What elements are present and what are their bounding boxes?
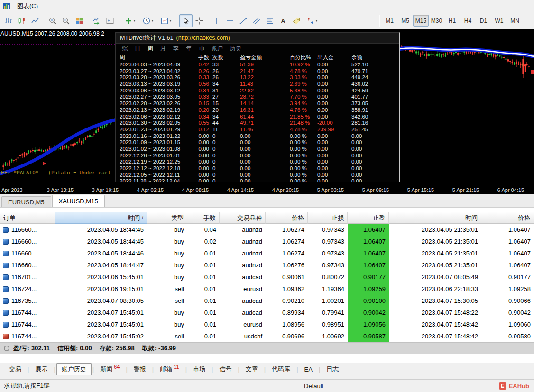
- stats-tab[interactable]: 季: [173, 45, 179, 53]
- terminal-tab[interactable]: 日志: [321, 363, 344, 375]
- terminal-tab[interactable]: 新闻64: [95, 363, 125, 375]
- terminal-tab[interactable]: 邮箱11: [155, 363, 184, 375]
- order-row[interactable]: 116660...2023.04.05 18:44:46buy0.01audnz…: [0, 247, 534, 259]
- stats-panel-titlebar[interactable]: MTDriver统计 V1.61 (http://chaokes.com): [116, 33, 399, 44]
- line-chart-button[interactable]: [28, 14, 42, 27]
- column-header-tp[interactable]: 止盈: [348, 212, 389, 224]
- timeframe-m30-button[interactable]: M30: [429, 15, 444, 27]
- brand-logo[interactable]: E EAHub: [494, 382, 534, 390]
- column-header-symbol[interactable]: 交易品种: [220, 212, 266, 224]
- stats-tab[interactable]: 账户: [212, 45, 223, 53]
- status-profile[interactable]: Default: [298, 383, 494, 390]
- stats-cell: 0.00: [349, 172, 399, 179]
- column-header-open-time[interactable]: 时间/: [55, 212, 147, 224]
- horizontal-line-button[interactable]: [223, 14, 237, 27]
- stats-tab[interactable]: 月: [160, 45, 166, 53]
- timeframe-h1-button[interactable]: H1: [444, 15, 460, 27]
- bar-chart-button[interactable]: [2, 14, 15, 27]
- chart-tab-eurusd-m5[interactable]: EURUSD,M5: [1, 196, 51, 207]
- order-row[interactable]: 116744...2023.04.07 15:45:01buy0.01audca…: [0, 307, 534, 319]
- terminal-tab[interactable]: 市场: [188, 363, 211, 375]
- column-header-close-price[interactable]: 价格: [481, 212, 534, 224]
- timeframe-mn-button[interactable]: MN: [507, 15, 523, 27]
- terminal-tab[interactable]: 文章: [240, 363, 263, 375]
- timeframe-m15-button[interactable]: M15: [413, 15, 429, 27]
- stats-tab[interactable]: 日: [135, 45, 140, 53]
- terminal-tab[interactable]: 警报: [129, 363, 151, 375]
- terminal-tab[interactable]: 交易: [4, 363, 27, 375]
- stats-cell: 34: [210, 81, 238, 88]
- order-row[interactable]: 116660...2023.04.05 18:44:45buy0.04audnz…: [0, 224, 534, 236]
- column-header-price[interactable]: 价格: [266, 212, 308, 224]
- arrows-button[interactable]: ▾: [303, 14, 321, 27]
- order-row[interactable]: 116744...2023.04.07 15:45:02sell0.01usdc…: [0, 330, 534, 342]
- stats-cell: 0: [210, 165, 238, 172]
- vertical-line-button[interactable]: [210, 14, 223, 27]
- dropdown-caret-icon: ▾: [169, 18, 171, 23]
- chart-area[interactable]: AUUSD,M15 2007.26 2008.00 2006.98 2 EF( …: [0, 29, 534, 185]
- order-row[interactable]: 116735...2023.04.07 08:30:05sell0.01audc…: [0, 295, 534, 307]
- channel-button[interactable]: [250, 14, 263, 27]
- column-header-order[interactable]: 订单: [0, 212, 55, 224]
- templates-button[interactable]: ▾: [157, 14, 175, 27]
- cursor-button[interactable]: [179, 14, 193, 27]
- stats-tab[interactable]: 币: [199, 45, 204, 53]
- terminal-tab[interactable]: 展示: [30, 363, 53, 375]
- indicators-button[interactable]: ▾: [121, 14, 139, 27]
- chart-shift-button[interactable]: [103, 14, 117, 27]
- column-header-close-time[interactable]: 时间: [389, 212, 481, 224]
- stats-cell: 0.00: [315, 153, 349, 159]
- terminal-tab[interactable]: 代码库: [267, 363, 295, 375]
- timeframe-w1-button[interactable]: W1: [491, 15, 507, 27]
- chart-tab-xauusd-m15[interactable]: XAUUSD,M15: [52, 195, 105, 207]
- menu-item[interactable]: 图表(C): [12, 0, 44, 12]
- order-row[interactable]: 116701...2023.04.06 15:45:01buy0.01audca…: [0, 271, 534, 283]
- stats-tab[interactable]: 综: [122, 45, 128, 53]
- text-button[interactable]: A: [276, 14, 290, 27]
- summary-icon: [4, 346, 9, 351]
- stats-cell: 3.94 %: [287, 100, 315, 107]
- stats-cell: 0.00: [194, 133, 210, 140]
- order-row[interactable]: 116660...2023.04.05 18:44:45buy0.02audnz…: [0, 236, 534, 247]
- cell-type: buy: [147, 273, 187, 281]
- periods-button[interactable]: ▾: [139, 14, 157, 27]
- stats-tab[interactable]: 周: [147, 45, 153, 53]
- order-row[interactable]: 116724...2023.04.06 19:15:01sell0.01euru…: [0, 283, 534, 295]
- time-axis[interactable]: Apr 20233 Apr 13:153 Apr 19:154 Apr 02:1…: [0, 185, 534, 194]
- cell-tp: 1.06407: [348, 247, 389, 259]
- order-row[interactable]: 116660...2023.04.05 18:44:47buy0.01audnz…: [0, 259, 534, 271]
- cell-symbol: usdchf: [220, 333, 266, 340]
- cell-close-time: 2023.04.05 21:35:01: [389, 238, 481, 245]
- order-row[interactable]: 116744...2023.04.07 15:45:01buy0.01eurus…: [0, 319, 534, 330]
- fibonacci-button[interactable]: [263, 14, 276, 27]
- zoom-in-button[interactable]: [46, 14, 59, 27]
- label-button[interactable]: [290, 14, 303, 27]
- stats-tab[interactable]: 年: [186, 45, 192, 53]
- timeframe-h4-button[interactable]: H4: [460, 15, 476, 27]
- candle-chart-button[interactable]: [15, 14, 28, 27]
- cell-price: 0.89934: [266, 309, 308, 316]
- terminal-tab-label: 文章: [246, 365, 258, 374]
- auto-scroll-button[interactable]: [90, 14, 103, 27]
- column-header-type[interactable]: 类型: [147, 212, 187, 224]
- tile-windows-button[interactable]: [73, 14, 86, 27]
- stats-tab[interactable]: 历史: [230, 45, 241, 53]
- terminal-tab[interactable]: EA: [299, 364, 318, 375]
- timeframe-m5-button[interactable]: M5: [397, 15, 413, 27]
- tab-separator: |: [54, 366, 55, 373]
- order-buy-icon: [3, 251, 9, 256]
- terminal-tab[interactable]: 账户历史: [56, 363, 92, 375]
- column-header-lots[interactable]: 手数: [187, 212, 220, 224]
- timeframe-m1-button[interactable]: M1: [382, 15, 397, 27]
- column-header-sl[interactable]: 止损: [308, 212, 348, 224]
- zoom-out-button[interactable]: [59, 14, 73, 27]
- trendline-button[interactable]: [237, 14, 250, 27]
- stats-col-header: 百分比%: [287, 54, 315, 62]
- dropdown-caret-icon: ▾: [315, 18, 317, 23]
- stats-cell: 0: [210, 178, 238, 182]
- crosshair-button[interactable]: [193, 14, 206, 27]
- terminal-tab[interactable]: 信号: [214, 363, 237, 375]
- cell-type: buy: [147, 226, 187, 233]
- timeframe-d1-button[interactable]: D1: [476, 15, 491, 27]
- ohlc-label: AUUSD,M15 2007.26 2008.00 2006.98 2: [0, 30, 104, 37]
